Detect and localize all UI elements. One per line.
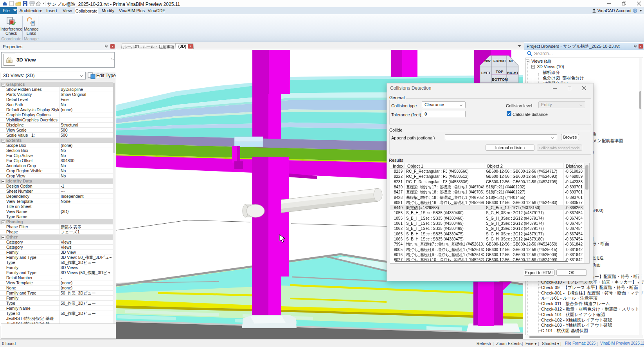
svg-text:LEFT: LEFT — [481, 70, 491, 75]
svg-text:RIGHT: RIGHT — [507, 70, 519, 75]
svg-text:BOTTOM: BOTTOM — [492, 77, 508, 81]
svg-text:TOP: TOP — [496, 69, 504, 74]
svg-text:NE: NE — [509, 59, 514, 63]
svg-text:NW: NW — [484, 59, 491, 63]
svg-text:FRONT: FRONT — [493, 59, 506, 63]
